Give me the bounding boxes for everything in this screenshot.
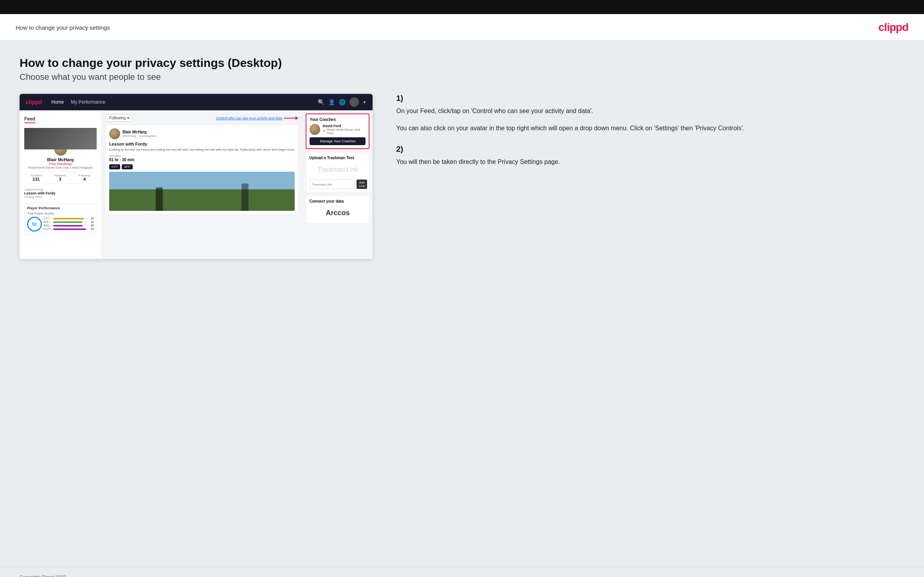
connect-title: Connect your data (309, 199, 366, 203)
following-dropdown-icon: ▾ (127, 116, 129, 120)
profile-banner (24, 128, 97, 149)
latest-activity-label: Latest Activity (24, 188, 97, 191)
trackman-panel: Upload a Trackman Test Trackman Link Add… (306, 152, 369, 192)
coach-club-name: Royal North Devon Golf Club (327, 128, 366, 135)
page-header-title: How to change your privacy settings (16, 24, 110, 31)
app-body: Feed Blair McHarg Plus Handicap Royal No… (20, 110, 373, 259)
pp-score-circle: 92 (27, 217, 42, 232)
coaches-title: Your Coaches (310, 117, 366, 122)
bar-putt: PUTT 96 (43, 228, 94, 230)
footer-text: Copyright Clippd 2022 (20, 575, 66, 577)
coach-row: David Ford 📍 Royal North Devon Golf Club (310, 124, 366, 135)
post-date: Yesterday · Sunningdale (122, 134, 156, 138)
step2-number: 2) (396, 145, 897, 154)
nav-home[interactable]: Home (51, 99, 64, 105)
location-icon: 📍 (322, 130, 326, 133)
content-layout: clippd Home My Performance 🔍 👤 🌐 ▼ (20, 94, 904, 259)
bar-app: APP 85 (43, 221, 94, 223)
post-image (109, 172, 295, 211)
coach-avatar (310, 124, 320, 135)
manage-coaches-button[interactable]: Manage Your Coaches (310, 137, 366, 145)
coach-name: David Ford (322, 124, 366, 128)
pp-row: 92 OTT 90 (27, 217, 94, 232)
feed-label: Feed (24, 116, 35, 123)
bar-arg: ARG 86 (43, 224, 94, 227)
post-header: Blair McHarg Yesterday · Sunningdale (109, 128, 295, 139)
post-author-name: Blair McHarg (122, 130, 156, 134)
app-right-panel: Your Coaches David Ford 📍 Royal North De… (302, 110, 373, 259)
annotation-arrow (284, 116, 298, 120)
arrow-line (284, 118, 295, 119)
pp-quality-label: Total Player Quality (27, 212, 94, 215)
coach-club: 📍 Royal North Devon Golf Club (322, 128, 366, 135)
following-label: Following (109, 116, 126, 120)
trackman-title: Upload a Trackman Test (309, 156, 366, 160)
profile-club: Royal North Devon Golf Club, United King… (24, 166, 97, 169)
golfer-silhouette-left (156, 187, 163, 211)
profile-name: Blair McHarg (24, 157, 97, 162)
app-screenshot: clippd Home My Performance 🔍 👤 🌐 ▼ (20, 94, 373, 259)
screenshot-wrapper: clippd Home My Performance 🔍 👤 🌐 ▼ (20, 94, 373, 259)
bar-ott: OTT 90 (43, 217, 94, 220)
article-title: How to change your privacy settings (Des… (20, 56, 904, 70)
page-footer: Copyright Clippd 2022 (0, 567, 924, 577)
post-author-info: Blair McHarg Yesterday · Sunningdale (122, 130, 156, 138)
instruction-step1: 1) On your Feed, click/tap on 'Control w… (396, 94, 897, 133)
post-author-avatar (109, 128, 120, 139)
post-tag-app: APP (122, 164, 133, 169)
step2-text: You will then be taken directly to the P… (396, 157, 897, 167)
stat-following-label: Following (79, 174, 90, 177)
pp-title: Player Performance (27, 206, 94, 210)
post-body: Looking to feel like my hands are exitin… (109, 148, 295, 152)
step1-text-b: You can also click on your avatar in the… (396, 123, 897, 133)
coaches-panel: Your Coaches David Ford 📍 Royal North De… (306, 113, 369, 149)
app-navbar: clippd Home My Performance 🔍 👤 🌐 ▼ (20, 94, 373, 110)
post-title: Lesson with Fordy (109, 142, 295, 146)
control-privacy-link[interactable]: Control who can see your activity and da… (216, 116, 283, 120)
stat-activities: Activities 131 (31, 174, 41, 182)
app-sidebar: Feed Blair McHarg Plus Handicap Royal No… (20, 110, 102, 259)
post-duration-label: Duration (109, 154, 295, 158)
person-icon[interactable]: 👤 (328, 99, 335, 105)
stat-activities-label: Activities (31, 174, 41, 177)
main-content: How to change your privacy settings (Des… (0, 41, 924, 567)
latest-activity-value: Lesson with Fordy (24, 191, 97, 195)
player-performance-section: Player Performance Total Player Quality … (24, 203, 97, 234)
instruction-step2: 2) You will then be taken directly to th… (396, 145, 897, 167)
arrow-head (295, 116, 298, 120)
nav-my-performance[interactable]: My Performance (71, 99, 105, 105)
post-card: Blair McHarg Yesterday · Sunningdale Les… (106, 125, 298, 214)
instructions-panel: 1) On your Feed, click/tap on 'Control w… (388, 94, 904, 179)
step1-text-a: On your Feed, click/tap on 'Control who … (396, 106, 897, 116)
trackman-label-big: Trackman Link (309, 162, 366, 177)
pp-bars: OTT 90 APP (43, 217, 94, 231)
article-subtitle: Choose what you want people to see (20, 72, 904, 82)
user-avatar-btn[interactable] (349, 97, 359, 107)
trackman-link-input[interactable] (309, 180, 355, 189)
avatar-dropdown-icon[interactable]: ▼ (363, 100, 367, 104)
connect-panel: Connect your data Arccos (306, 196, 369, 224)
add-link-button[interactable]: Add Link (357, 180, 367, 189)
feed-header: Following ▾ Control who can see your act… (106, 114, 298, 122)
clippd-logo: clippd (879, 21, 908, 34)
stat-activities-value: 131 (31, 177, 41, 182)
post-tags: OTT APP (109, 164, 295, 169)
profile-stats: Activities 131 Followers 3 Following 4 (24, 172, 97, 184)
page-header: How to change your privacy settings clip… (0, 14, 924, 41)
arccos-brand: Arccos (309, 206, 366, 220)
golfer-silhouette-right (241, 183, 249, 211)
following-button[interactable]: Following ▾ (106, 114, 133, 122)
app-logo-nav: clippd (26, 99, 42, 105)
app-feed: Following ▾ Control who can see your act… (102, 110, 302, 259)
stat-followers-value: 3 (54, 177, 66, 182)
search-icon[interactable]: 🔍 (318, 99, 324, 105)
coach-info: David Ford 📍 Royal North Devon Golf Club (322, 124, 366, 135)
stat-following: Following 4 (79, 174, 90, 182)
post-duration-value: 01 hr : 30 min (109, 158, 295, 162)
post-tag-ott: OTT (109, 164, 120, 169)
step1-number: 1) (396, 94, 897, 103)
latest-activity-date: 03 Aug 2022 (24, 195, 97, 199)
globe-icon[interactable]: 🌐 (339, 99, 346, 105)
nav-right-icons: 🔍 👤 🌐 ▼ (318, 97, 367, 107)
stat-followers-label: Followers (54, 174, 66, 177)
